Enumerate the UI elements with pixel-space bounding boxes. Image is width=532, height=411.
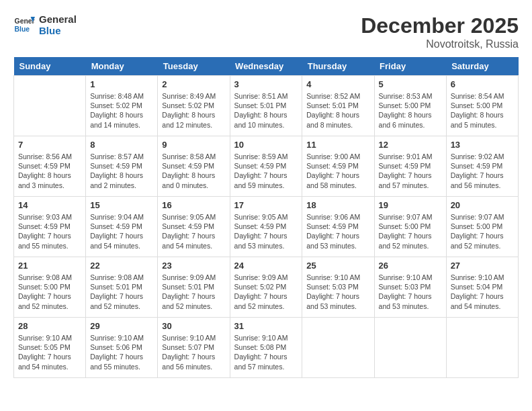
calendar-cell: 15Sunrise: 9:04 AM Sunset: 4:59 PM Dayli… — [86, 197, 158, 257]
calendar-cell: 28Sunrise: 9:10 AM Sunset: 5:05 PM Dayli… — [14, 318, 86, 378]
date-number: 24 — [234, 261, 298, 271]
logo-blue: Blue — [39, 25, 77, 36]
cell-info: Sunrise: 9:01 AM Sunset: 4:59 PM Dayligh… — [379, 152, 442, 190]
cell-info: Sunrise: 9:10 AM Sunset: 5:04 PM Dayligh… — [451, 273, 514, 311]
date-number: 21 — [18, 261, 81, 271]
calendar-cell: 21Sunrise: 9:08 AM Sunset: 5:00 PM Dayli… — [14, 257, 86, 318]
cell-info: Sunrise: 9:03 AM Sunset: 4:59 PM Dayligh… — [18, 212, 81, 250]
calendar-cell: 6Sunrise: 8:54 AM Sunset: 5:00 PM Daylig… — [446, 76, 518, 136]
date-number: 19 — [379, 200, 442, 210]
cell-info: Sunrise: 9:02 AM Sunset: 4:59 PM Dayligh… — [451, 152, 514, 190]
calendar-cell: 24Sunrise: 9:09 AM Sunset: 5:02 PM Dayli… — [230, 257, 302, 318]
date-number: 16 — [162, 200, 225, 210]
date-number: 2 — [162, 79, 225, 89]
month-title: December 2025 — [361, 13, 519, 38]
date-number: 12 — [379, 140, 442, 150]
calendar-cell: 7Sunrise: 8:56 AM Sunset: 4:59 PM Daylig… — [14, 136, 86, 197]
day-header-thursday: Thursday — [302, 57, 374, 76]
date-number: 25 — [306, 261, 369, 271]
day-header-monday: Monday — [86, 57, 158, 76]
cell-info: Sunrise: 9:07 AM Sunset: 5:00 PM Dayligh… — [451, 212, 514, 250]
calendar-cell: 16Sunrise: 9:05 AM Sunset: 4:59 PM Dayli… — [158, 197, 230, 257]
date-number: 18 — [306, 200, 369, 210]
cell-info: Sunrise: 9:09 AM Sunset: 5:01 PM Dayligh… — [162, 273, 225, 311]
calendar-cell: 30Sunrise: 9:10 AM Sunset: 5:07 PM Dayli… — [158, 318, 230, 378]
logo-icon: General Blue — [13, 14, 35, 36]
date-number: 31 — [234, 321, 298, 331]
calendar-cell: 22Sunrise: 9:08 AM Sunset: 5:01 PM Dayli… — [86, 257, 158, 318]
cell-info: Sunrise: 9:05 AM Sunset: 4:59 PM Dayligh… — [162, 212, 225, 250]
calendar-cell: 31Sunrise: 9:10 AM Sunset: 5:08 PM Dayli… — [230, 318, 302, 378]
week-row-4: 21Sunrise: 9:08 AM Sunset: 5:00 PM Dayli… — [14, 257, 519, 318]
cell-info: Sunrise: 9:10 AM Sunset: 5:03 PM Dayligh… — [379, 273, 442, 311]
cell-info: Sunrise: 8:56 AM Sunset: 4:59 PM Dayligh… — [18, 152, 81, 190]
day-header-saturday: Saturday — [446, 57, 518, 76]
week-row-2: 7Sunrise: 8:56 AM Sunset: 4:59 PM Daylig… — [14, 136, 519, 197]
cell-info: Sunrise: 8:54 AM Sunset: 5:00 PM Dayligh… — [451, 91, 514, 130]
cell-info: Sunrise: 8:53 AM Sunset: 5:00 PM Dayligh… — [379, 91, 442, 130]
calendar-cell: 8Sunrise: 8:57 AM Sunset: 4:59 PM Daylig… — [86, 136, 158, 197]
cell-info: Sunrise: 8:51 AM Sunset: 5:01 PM Dayligh… — [234, 91, 298, 130]
date-number: 17 — [234, 200, 298, 210]
calendar-cell: 1Sunrise: 8:48 AM Sunset: 5:02 PM Daylig… — [86, 76, 158, 136]
date-number: 30 — [162, 321, 225, 331]
cell-info: Sunrise: 9:05 AM Sunset: 4:59 PM Dayligh… — [234, 212, 298, 250]
date-number: 23 — [162, 261, 225, 271]
calendar-cell: 20Sunrise: 9:07 AM Sunset: 5:00 PM Dayli… — [446, 197, 518, 257]
cell-info: Sunrise: 9:10 AM Sunset: 5:05 PM Dayligh… — [18, 333, 81, 371]
cell-info: Sunrise: 9:09 AM Sunset: 5:02 PM Dayligh… — [234, 273, 298, 311]
cell-info: Sunrise: 8:59 AM Sunset: 4:59 PM Dayligh… — [234, 152, 298, 190]
date-number: 7 — [18, 140, 81, 150]
cell-info: Sunrise: 9:00 AM Sunset: 4:59 PM Dayligh… — [306, 152, 369, 190]
date-number: 26 — [379, 261, 442, 271]
date-number: 6 — [451, 79, 514, 89]
cell-info: Sunrise: 8:58 AM Sunset: 4:59 PM Dayligh… — [162, 152, 225, 190]
date-number: 27 — [451, 261, 514, 271]
day-header-wednesday: Wednesday — [230, 57, 302, 76]
location: Novotroitsk, Russia — [361, 38, 519, 50]
date-number: 14 — [18, 200, 81, 210]
logo-general: General — [39, 13, 77, 25]
calendar-cell: 18Sunrise: 9:06 AM Sunset: 4:59 PM Dayli… — [302, 197, 374, 257]
date-number: 10 — [234, 140, 298, 150]
cell-info: Sunrise: 8:49 AM Sunset: 5:02 PM Dayligh… — [162, 91, 225, 130]
calendar-cell: 4Sunrise: 8:52 AM Sunset: 5:01 PM Daylig… — [302, 76, 374, 136]
calendar-cell: 25Sunrise: 9:10 AM Sunset: 5:03 PM Dayli… — [302, 257, 374, 318]
calendar-cell: 5Sunrise: 8:53 AM Sunset: 5:00 PM Daylig… — [374, 76, 446, 136]
cell-info: Sunrise: 8:48 AM Sunset: 5:02 PM Dayligh… — [90, 91, 153, 130]
cell-info: Sunrise: 9:06 AM Sunset: 4:59 PM Dayligh… — [306, 212, 369, 250]
calendar-cell: 2Sunrise: 8:49 AM Sunset: 5:02 PM Daylig… — [158, 76, 230, 136]
calendar-cell: 14Sunrise: 9:03 AM Sunset: 4:59 PM Dayli… — [14, 197, 86, 257]
svg-text:Blue: Blue — [15, 26, 30, 33]
calendar-cell: 10Sunrise: 8:59 AM Sunset: 4:59 PM Dayli… — [230, 136, 302, 197]
calendar-cell: 29Sunrise: 9:10 AM Sunset: 5:06 PM Dayli… — [86, 318, 158, 378]
week-row-1: 1Sunrise: 8:48 AM Sunset: 5:02 PM Daylig… — [14, 76, 519, 136]
calendar-cell: 27Sunrise: 9:10 AM Sunset: 5:04 PM Dayli… — [446, 257, 518, 318]
calendar-cell: 9Sunrise: 8:58 AM Sunset: 4:59 PM Daylig… — [158, 136, 230, 197]
date-number: 9 — [162, 140, 225, 150]
cell-info: Sunrise: 8:57 AM Sunset: 4:59 PM Dayligh… — [90, 152, 153, 190]
calendar-cell — [446, 318, 518, 378]
date-number: 5 — [379, 79, 442, 89]
week-row-3: 14Sunrise: 9:03 AM Sunset: 4:59 PM Dayli… — [14, 197, 519, 257]
week-row-5: 28Sunrise: 9:10 AM Sunset: 5:05 PM Dayli… — [14, 318, 519, 378]
date-number: 3 — [234, 79, 298, 89]
date-number: 28 — [18, 321, 81, 331]
date-number: 22 — [90, 261, 153, 271]
cell-info: Sunrise: 9:08 AM Sunset: 5:01 PM Dayligh… — [90, 273, 153, 311]
date-number: 4 — [306, 79, 369, 89]
cell-info: Sunrise: 9:07 AM Sunset: 5:00 PM Dayligh… — [379, 212, 442, 250]
calendar-cell: 23Sunrise: 9:09 AM Sunset: 5:01 PM Dayli… — [158, 257, 230, 318]
date-number: 11 — [306, 140, 369, 150]
header-row: SundayMondayTuesdayWednesdayThursdayFrid… — [14, 57, 519, 76]
date-number: 13 — [451, 140, 514, 150]
cell-info: Sunrise: 9:08 AM Sunset: 5:00 PM Dayligh… — [18, 273, 81, 311]
calendar-table: SundayMondayTuesdayWednesdayThursdayFrid… — [13, 57, 519, 378]
calendar-cell: 3Sunrise: 8:51 AM Sunset: 5:01 PM Daylig… — [230, 76, 302, 136]
cell-info: Sunrise: 8:52 AM Sunset: 5:01 PM Dayligh… — [306, 91, 369, 130]
date-number: 15 — [90, 200, 153, 210]
date-number: 1 — [90, 79, 153, 89]
date-number: 8 — [90, 140, 153, 150]
cell-info: Sunrise: 9:10 AM Sunset: 5:06 PM Dayligh… — [90, 333, 153, 371]
day-header-sunday: Sunday — [14, 57, 86, 76]
